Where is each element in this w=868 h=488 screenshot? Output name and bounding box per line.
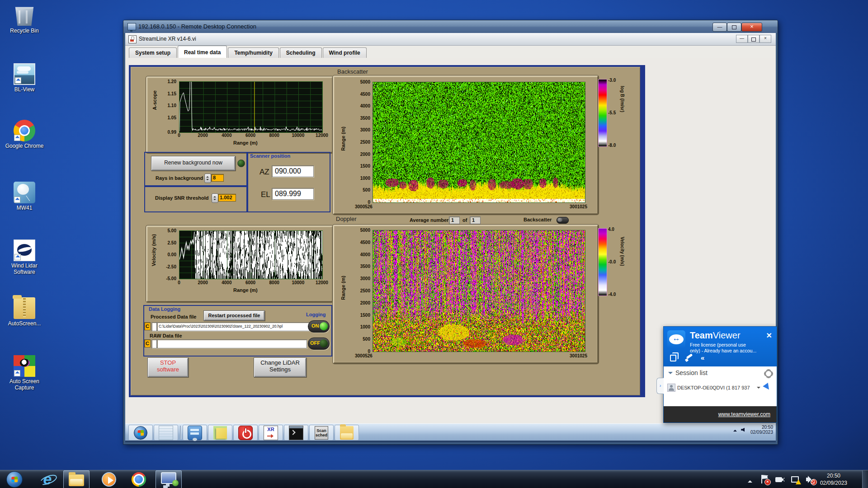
rays-spinner[interactable] (204, 174, 211, 183)
tray-volume-muted-icon[interactable]: ⃠ (806, 474, 816, 484)
quicklaunch-scan-sched[interactable]: Scansched (309, 425, 334, 441)
tab-scheduling[interactable]: Scheduling (280, 47, 322, 58)
quicklaunch-command-prompt[interactable] (284, 425, 308, 441)
raw-logging-off-button[interactable]: OFF (308, 338, 330, 350)
desktop-icon-auto-screen-capture[interactable]: Auto Screen Capture (4, 355, 45, 391)
raw-drive-button[interactable]: C (144, 339, 151, 347)
app-titlebar[interactable]: StreamLine XR v14-6.vi — × (125, 33, 776, 46)
average-total-field[interactable]: 1 (470, 216, 481, 224)
processed-path-field[interactable]: C:\Lidar\Data\Proc\2023\202309\20230902\… (157, 322, 310, 331)
tab-real-time-data[interactable]: Real time data (178, 46, 227, 58)
tray-action-center-icon[interactable]: × (760, 474, 769, 484)
stop-software-button[interactable]: STOP software (147, 357, 189, 377)
a-scope-plot[interactable] (179, 81, 323, 133)
maximize-icon (732, 25, 736, 29)
a-scope-y-title: A-scope (152, 90, 157, 110)
desktop-icon-wind-lidar[interactable]: Wind Lidar Software (4, 239, 45, 275)
desktop-icon-label: Wind Lidar Software (4, 263, 45, 275)
teamviewer-copy-icon[interactable] (670, 355, 676, 361)
labview-xr-icon: XR (264, 426, 278, 440)
taskbar-button-google-chrome[interactable] (126, 470, 152, 488)
rdp-maximize-button[interactable] (727, 23, 741, 32)
app-minimize-button[interactable]: — (736, 35, 748, 43)
az-value-field[interactable]: 090.000 (272, 165, 314, 177)
desktop-icon-mw41[interactable]: MW41 (4, 182, 45, 211)
quicklaunch-start-orb[interactable] (128, 425, 153, 441)
teamviewer-collapse-icon[interactable]: « (701, 354, 709, 361)
tab-temp-humidity[interactable]: Temp/humidity (228, 47, 278, 58)
show-desktop-button[interactable] (862, 470, 868, 488)
taskbar-button-start[interactable] (3, 470, 26, 488)
app-restore-button[interactable] (748, 35, 760, 43)
internet-explorer-icon: e (40, 472, 55, 487)
quicklaunch-sticky-notes[interactable] (208, 425, 232, 441)
desktop-icon-recycle-bin[interactable]: Recycle Bin (4, 5, 45, 34)
snr-value-field[interactable]: 1.002 (218, 194, 236, 202)
taskbar-button-internet-explorer[interactable]: e (34, 470, 61, 488)
remote-volume-icon[interactable] (741, 428, 745, 432)
processed-browse-icon[interactable] (151, 322, 157, 331)
change-lidar-settings-button[interactable]: Change LiDAR Settings (254, 357, 307, 377)
quicklaunch-power-off[interactable] (233, 425, 258, 441)
backscatter-x-end: 3001025 (570, 204, 587, 209)
backscatter-graph: Range (m) 500045004000350030002500200015… (333, 75, 599, 215)
tray-show-hidden-icon[interactable] (745, 474, 755, 484)
colorbar-tick-label: -5.5 (608, 110, 616, 115)
raw-browse-icon[interactable] (151, 339, 157, 348)
processed-drive-button[interactable]: C (144, 322, 151, 330)
tray-clock[interactable]: 20:50 02/09/2023 (820, 472, 847, 487)
taskbar-button-media-player[interactable] (96, 470, 122, 488)
flag-error-badge: × (764, 479, 771, 485)
taskbar-button-remote-desktop[interactable] (156, 470, 182, 488)
restart-processed-file-button[interactable]: Restart processed file (203, 310, 265, 321)
labview-xr-text: XR (264, 427, 278, 432)
quicklaunch-notepad[interactable] (154, 425, 178, 441)
raw-path-field[interactable] (157, 339, 307, 348)
app-close-button[interactable]: × (760, 35, 771, 43)
quicklaunch-labview-xr[interactable]: XR (259, 425, 283, 441)
desktop-icon-google-chrome[interactable]: Google Chrome (4, 120, 45, 149)
remote-quicklaunch: XRScansched (128, 424, 359, 441)
teamviewer-brush-icon[interactable] (685, 355, 693, 362)
el-value-field[interactable]: 089.999 (272, 188, 314, 200)
average-number-field[interactable]: 1 (449, 216, 460, 224)
doppler-colorbar-label: Velocity (m/s) (620, 237, 625, 266)
tab-wind-profile[interactable]: Wind profile (323, 47, 367, 58)
backscatter-plot[interactable] (373, 82, 585, 203)
processed-logging-on-button[interactable]: ON (308, 320, 330, 333)
session-gear-icon[interactable] (765, 370, 772, 377)
session-device-entry[interactable]: DESKTOP-OE0QDVI (1 817 937 (677, 385, 750, 390)
rdp-close-button[interactable]: × (741, 23, 762, 32)
doppler-plot[interactable] (373, 230, 585, 352)
renew-background-button[interactable]: Renew background now (151, 156, 236, 171)
remote-tray-chevron-icon[interactable] (733, 428, 737, 432)
backscatter-toggle[interactable] (557, 217, 569, 224)
tray-network-warning-icon[interactable] (790, 474, 800, 484)
tick-label: 2000 (360, 152, 370, 157)
rdp-titlebar[interactable]: 192.168.0.150 - Remote Desktop Connectio… (123, 20, 778, 33)
tray-battery-icon[interactable] (775, 474, 785, 484)
raw-data-file-label: RAW Data file (150, 333, 182, 338)
tab-system-setup[interactable]: System setup (129, 47, 177, 58)
session-list-caret-icon[interactable] (668, 372, 673, 376)
velocity-plot[interactable] (179, 230, 323, 279)
connect-cursor-icon[interactable] (763, 383, 774, 394)
snr-spinner[interactable] (212, 193, 218, 203)
start-icon (6, 471, 23, 488)
tick-label: 6000 (245, 133, 255, 138)
desktop-icon-autoscreen-zip[interactable]: AutoScreen... (4, 297, 45, 327)
teamviewer-close-icon[interactable]: ✕ (766, 331, 772, 340)
shortcut-arrow-icon (14, 135, 20, 141)
rays-value-field[interactable]: 8 (211, 174, 224, 182)
device-dropdown-icon[interactable] (757, 387, 760, 390)
quicklaunch-folder[interactable] (335, 425, 359, 441)
teamviewer-logo: ↔ (667, 330, 685, 348)
rdp-minimize-button[interactable]: — (712, 23, 727, 32)
teamviewer-collapse-handle[interactable]: › (656, 378, 664, 394)
tick-label: 2000 (198, 280, 208, 285)
quicklaunch-remote-settings[interactable] (183, 425, 207, 441)
teamviewer-website-link[interactable]: www.teamviewer.com (718, 411, 770, 418)
desktop-icon-bl-view[interactable]: BL-View (4, 63, 45, 93)
remote-clock[interactable]: 20:50 02/09/2023 (750, 425, 773, 435)
taskbar-button-file-explorer[interactable] (63, 470, 90, 488)
